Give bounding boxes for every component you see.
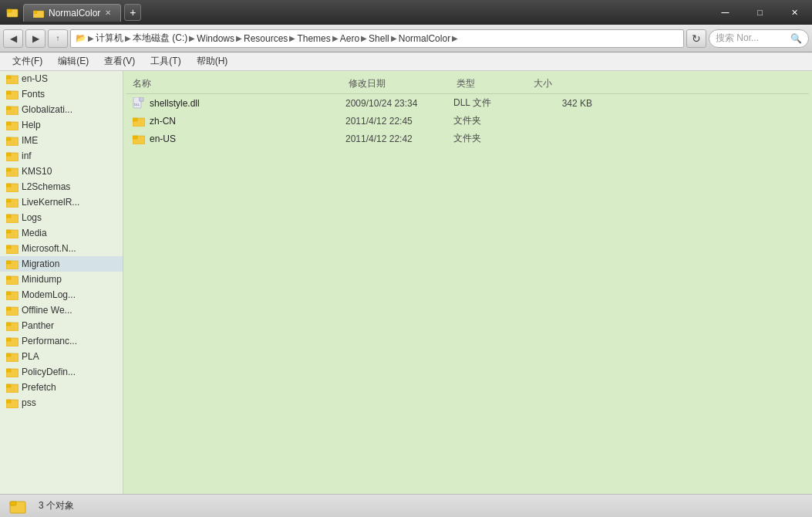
svg-rect-21 [6, 199, 11, 202]
up-button[interactable]: ↑ [48, 29, 68, 48]
sidebar-item-inf[interactable]: inf [0, 148, 123, 164]
status-count: 3 个对象 [39, 499, 74, 512]
tab-normalcolor[interactable]: NormalColor ✕ [23, 4, 121, 22]
address-path[interactable]: 📂 ▶ 计算机 ▶ 本地磁盘 (C:) ▶ Windows ▶ Resource… [70, 29, 684, 48]
sidebar-item-en-us[interactable]: en-US [0, 71, 123, 86]
sidebar-item-offlineweb[interactable]: Offline We... [0, 302, 123, 318]
sidebar-item-minidump[interactable]: Minidump [0, 272, 123, 287]
svg-rect-25 [6, 230, 11, 233]
folder-icon [6, 367, 19, 377]
menu-bar: 文件(F) 编辑(E) 查看(V) 工具(T) 帮助(H) [0, 52, 812, 71]
sidebar-label-help: Help [22, 120, 41, 130]
menu-file[interactable]: 文件(F) [6, 53, 49, 69]
folder-icon [6, 73, 19, 84]
svg-rect-1 [7, 9, 12, 12]
back-button[interactable]: ◀ [3, 29, 23, 48]
col-header-size[interactable]: 大小 [534, 77, 595, 90]
menu-tools[interactable]: 工具(T) [144, 53, 187, 69]
sidebar-item-media[interactable]: Media [0, 225, 123, 241]
svg-rect-23 [6, 215, 11, 218]
title-bar: NormalColor ✕ + ─ □ ✕ [0, 0, 812, 25]
sidebar-label-fonts: Fonts [22, 89, 45, 100]
sidebar-item-prefetch[interactable]: Prefetch [0, 380, 123, 395]
folder-icon [6, 382, 19, 393]
col-header-type[interactable]: 类型 [457, 77, 534, 90]
sidebar-label-media: Media [22, 228, 47, 238]
sidebar-item-performance[interactable]: Performanc... [0, 333, 123, 349]
forward-icon: ▶ [32, 33, 39, 44]
path-shell2: Shell [369, 33, 389, 44]
svg-rect-43 [6, 369, 11, 372]
sidebar-item-modemlog[interactable]: ModemLog... [0, 287, 123, 302]
folder-icon [6, 197, 19, 208]
search-icon[interactable]: 🔍 [790, 33, 802, 44]
sidebar-item-microsoftnet[interactable]: Microsoft.N... [0, 241, 123, 256]
sidebar-item-ime[interactable]: IME [0, 133, 123, 148]
sidebar-item-pss[interactable]: pss [0, 395, 123, 411]
sidebar-item-migration[interactable]: Migration [0, 256, 123, 272]
sidebar-label-logs: Logs [22, 212, 42, 223]
sidebar-label-minidump: Minidump [22, 274, 62, 285]
menu-help[interactable]: 帮助(H) [190, 53, 234, 69]
sidebar-label-policydefinitions: PolicyDefin... [22, 367, 76, 377]
svg-rect-45 [6, 384, 11, 387]
sidebar-label-microsoftnet: Microsoft.N... [22, 243, 76, 254]
file-name-zhcn: zh-CN [150, 116, 345, 127]
path-computer: 📂 [76, 33, 86, 43]
sidebar-item-pla[interactable]: PLA [0, 349, 123, 364]
sidebar-item-panther[interactable]: Panther [0, 318, 123, 333]
sidebar-label-kms10: KMS10 [22, 166, 52, 177]
col-header-name[interactable]: 名称 [133, 77, 349, 90]
window-icon [6, 6, 19, 19]
file-type-enus: 文件夹 [453, 132, 531, 145]
sidebar-item-kms10[interactable]: KMS10 [0, 164, 123, 179]
new-tab-button[interactable]: + [124, 4, 141, 21]
sidebar-label-globalization: Globalizati... [22, 104, 72, 115]
file-date-enus: 2011/4/12 22:42 [345, 133, 453, 144]
file-row-zhcn[interactable]: zh-CN 2011/4/12 22:45 文件夹 [126, 112, 809, 130]
search-box[interactable]: 搜索 Nor... 🔍 [709, 29, 809, 48]
close-button[interactable]: ✕ [777, 0, 812, 25]
svg-rect-50 [140, 97, 143, 101]
forward-button[interactable]: ▶ [25, 29, 45, 48]
folder-icon [6, 135, 19, 146]
col-header-date[interactable]: 修改日期 [349, 77, 457, 90]
sidebar-label-panther: Panther [22, 320, 54, 331]
sidebar-label-offlineweb: Offline We... [22, 305, 72, 316]
sidebar-item-fonts[interactable]: Fonts [0, 86, 123, 102]
path-themes: Resources [244, 33, 288, 44]
menu-edit[interactable]: 编辑(E) [52, 53, 95, 69]
sidebar-item-livekernelreports[interactable]: LiveKernelR... [0, 194, 123, 210]
sidebar: en-US Fonts Globalizati... Help IME inf … [0, 71, 123, 494]
sidebar-item-help[interactable]: Help [0, 117, 123, 133]
folder-icon [6, 274, 19, 285]
sidebar-item-logs[interactable]: Logs [0, 210, 123, 225]
folder-icon [6, 89, 19, 100]
sidebar-label-ime: IME [22, 135, 38, 146]
svg-rect-13 [6, 137, 11, 140]
folder-icon [6, 397, 19, 408]
refresh-button[interactable]: ↻ [686, 29, 706, 48]
folder-icon [6, 305, 19, 316]
file-row-enus[interactable]: en-US 2011/4/12 22:42 文件夹 [126, 130, 809, 147]
file-row-shellstyle[interactable]: DLL shellstyle.dll 2009/10/24 23:34 DLL … [126, 94, 809, 112]
folder-icon [6, 320, 19, 331]
search-placeholder: 搜索 Nor... [716, 32, 787, 45]
sidebar-label-l2schemas: L2Schemas [22, 181, 70, 192]
svg-rect-3 [33, 11, 37, 14]
file-type-shellstyle: DLL 文件 [453, 96, 531, 110]
maximize-button[interactable]: □ [743, 0, 777, 25]
sidebar-label-pla: PLA [22, 351, 39, 362]
tab-close-button[interactable]: ✕ [105, 8, 111, 17]
content-area: 名称 修改日期 类型 大小 DLL shellstyle.dll 2009/10… [123, 71, 812, 494]
path-normalcolor: NormalColor [399, 33, 450, 44]
svg-rect-11 [6, 122, 11, 125]
sidebar-item-l2schemas[interactable]: L2Schemas [0, 179, 123, 194]
minimize-button[interactable]: ─ [708, 0, 743, 25]
file-date-zhcn: 2011/4/12 22:45 [345, 116, 453, 127]
menu-view[interactable]: 查看(V) [98, 53, 141, 69]
folder-file-icon-enus [133, 133, 145, 145]
status-bar: 3 个对象 [0, 494, 812, 517]
sidebar-item-policydefinitions[interactable]: PolicyDefin... [0, 364, 123, 380]
sidebar-item-globalization[interactable]: Globalizati... [0, 102, 123, 117]
